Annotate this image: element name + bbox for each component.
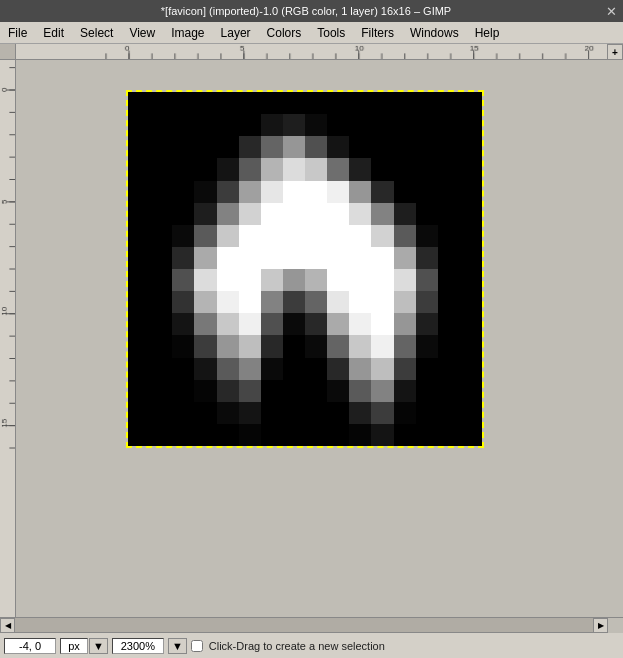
status-text: Click-Drag to create a new selection [207,640,619,652]
scroll-corner [608,618,623,633]
h-scrollbar[interactable]: ◀ ▶ [0,617,623,632]
unit-dropdown-button[interactable]: ▼ [89,638,108,654]
menu-item-file[interactable]: File [0,24,35,42]
scroll-right-button[interactable]: ▶ [593,618,608,633]
zoom-dropdown-button[interactable]: ▼ [168,638,187,654]
menu-item-colors[interactable]: Colors [259,24,310,42]
unit-input[interactable] [60,638,88,654]
menu-item-edit[interactable]: Edit [35,24,72,42]
h-scroll-track[interactable] [15,618,593,632]
menu-bar: FileEditSelectViewImageLayerColorsToolsF… [0,22,623,44]
close-button[interactable]: ✕ [606,4,617,19]
scroll-left-button[interactable]: ◀ [0,618,15,633]
scroll-plus-icon[interactable]: + [607,44,623,60]
coordinate-display[interactable] [4,638,56,654]
menu-item-help[interactable]: Help [467,24,508,42]
title-text: *[favicon] (imported)-1.0 (RGB color, 1 … [6,5,606,17]
snap-checkbox[interactable] [191,640,203,652]
horizontal-ruler [16,44,623,60]
menu-item-tools[interactable]: Tools [309,24,353,42]
menu-item-layer[interactable]: Layer [213,24,259,42]
main-row [0,60,623,617]
top-ruler-row: + [0,44,623,60]
title-bar: *[favicon] (imported)-1.0 (RGB color, 1 … [0,0,623,22]
menu-item-image[interactable]: Image [163,24,212,42]
vertical-ruler [0,60,16,617]
menu-item-windows[interactable]: Windows [402,24,467,42]
canvas-viewport[interactable] [16,60,623,617]
menu-item-filters[interactable]: Filters [353,24,402,42]
menu-item-select[interactable]: Select [72,24,121,42]
ruler-corner [0,44,16,60]
unit-selector: ▼ [60,638,108,654]
zoom-display[interactable] [112,638,164,654]
status-bar: ▼ ▼ Click-Drag to create a new selection [0,632,623,658]
image-canvas[interactable] [126,90,484,448]
menu-item-view[interactable]: View [121,24,163,42]
